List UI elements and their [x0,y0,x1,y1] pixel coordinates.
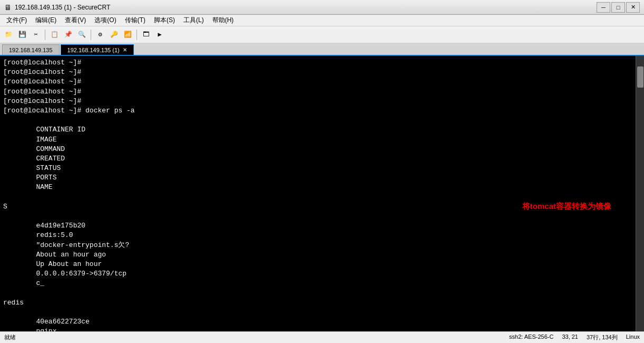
title-bar-left: 🖥 192.168.149.135 (1) - SecureCRT [4,3,110,12]
prompt-line-4: [root@localhost ~]# [3,87,628,97]
tab-close-icon[interactable]: ✕ [123,47,127,53]
toolbar: 📁 💾 ✂ 📋 📌 🔍 ⚙ 🔑 📶 🗔 ▶ [0,26,644,43]
prompt-line-1: [root@localhost ~]# [3,58,628,68]
toolbar-separator-3 [136,30,137,40]
close-button[interactable]: ✕ [626,2,640,13]
menu-view[interactable]: 查看(V) [61,15,90,26]
col-header-id: CONTAINER ID [36,125,110,135]
toolbar-btn-4[interactable]: 📋 [48,28,61,41]
col-header-image: IMAGE [36,135,120,145]
toolbar-btn-5[interactable]: 📌 [62,28,74,41]
col-header-status: STATUS [36,164,120,173]
toolbar-btn-1[interactable]: 📁 [2,28,15,41]
window-title: 192.168.149.135 (1) - SecureCRT [15,4,110,11]
menu-file[interactable]: 文件(F) [2,15,31,26]
menu-tools[interactable]: 工具(L) [179,15,208,26]
minimize-button[interactable]: ─ [597,2,610,13]
annotation-tomcat-convert: 将tomcat容器转换为镜像 [522,201,611,212]
title-bar: 🖥 192.168.149.135 (1) - SecureCRT ─ □ ✕ [0,0,644,15]
ps-row-redis-id: e4d19e175b20 redis:5.0 "docker-entrypoin… [3,212,628,298]
menu-bar: 文件(F) 编辑(E) 查看(V) 选项(O) 传输(T) 脚本(S) 工具(L… [0,15,644,26]
status-os: Linux [626,334,640,341]
toolbar-btn-9[interactable]: 📶 [121,28,134,41]
toolbar-btn-8[interactable]: 🔑 [108,28,120,41]
menu-help[interactable]: 帮助(H) [208,15,238,26]
toolbar-btn-6[interactable]: 🔍 [75,28,88,41]
ps-row-nginx-id: 40ea6622723ce nginx "nginx -g 'daemon of… [3,308,628,331]
menu-transfer[interactable]: 传输(T) [121,15,150,26]
scrollbar-thumb[interactable] [637,66,643,88]
status-dimensions: 37行, 134列 [587,334,618,341]
toolbar-btn-10[interactable]: 🗔 [140,28,152,41]
window-controls: ─ □ ✕ [597,2,640,13]
prompt-line-2: [root@localhost ~]# [3,68,628,77]
status-ready: 就绪 [4,334,16,341]
prompt-line-5: [root@localhost ~]# [3,97,628,106]
scrollbar[interactable] [636,56,644,331]
toolbar-separator-2 [91,30,91,40]
menu-edit[interactable]: 编辑(E) [31,15,61,26]
col-header-command: COMMAND [36,145,152,154]
toolbar-btn-11[interactable]: ▶ [153,28,166,41]
tab-1[interactable]: 192.168.149.135 [2,44,60,55]
terminal[interactable]: [root@localhost ~]# [root@localhost ~]# … [0,56,636,331]
toolbar-btn-3[interactable]: ✂ [30,28,42,41]
ps-row-redis-name: redis [3,298,628,308]
menu-options[interactable]: 选项(O) [90,15,120,26]
tab-bar: 192.168.149.135 192.168.149.135 (1) ✕ [0,43,644,56]
docker-ps-command: [root@localhost ~]# docker ps -a [3,106,628,116]
col-header-created: CREATED [36,154,120,164]
terminal-content: [root@localhost ~]# [root@localhost ~]# … [3,58,632,331]
menu-script[interactable]: 脚本(S) [150,15,179,26]
toolbar-separator-1 [45,30,45,40]
app-icon: 🖥 [4,3,12,12]
col-header-ports: PORTS [36,173,141,183]
col-header-name: NAME [36,183,52,191]
terminal-container: [root@localhost ~]# [root@localhost ~]# … [0,56,644,331]
status-ssh: ssh2: AES-256-C [509,334,553,341]
status-right-info: ssh2: AES-256-C 33, 21 37行, 134列 Linux [509,334,640,341]
maximize-button[interactable]: □ [611,2,625,13]
ps-header: CONTAINER ID IMAGE COMMAND CREATED STATU… [3,116,628,202]
tab-2[interactable]: 192.168.149.135 (1) ✕ [61,44,134,55]
toolbar-btn-7[interactable]: ⚙ [94,28,106,41]
prompt-line-3: [root@localhost ~]# [3,77,628,87]
status-bar: 就绪 ssh2: AES-256-C 33, 21 37行, 134列 Linu… [0,331,644,343]
toolbar-btn-2[interactable]: 💾 [16,28,28,41]
status-cursor-pos: 33, 21 [562,334,578,341]
